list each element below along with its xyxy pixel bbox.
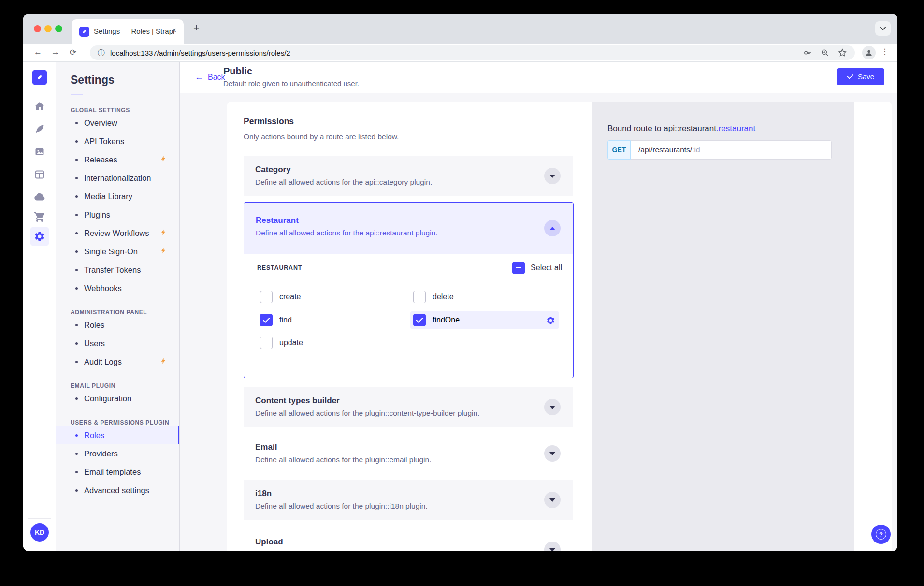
- back-link[interactable]: ← Back: [195, 72, 225, 82]
- sidebar-item-plugins[interactable]: Plugins: [56, 205, 179, 224]
- content-manager-icon[interactable]: [34, 123, 45, 135]
- tab-list-chevron-icon[interactable]: [875, 21, 891, 36]
- url-text[interactable]: localhost:1337/admin/settings/users-perm…: [110, 49, 290, 57]
- page-title: Public: [223, 66, 252, 77]
- permission-find[interactable]: find: [260, 311, 292, 329]
- sidebar-item-email-configuration[interactable]: Configuration: [56, 389, 179, 408]
- browser-toolbar: ← → ⟳ ⓘ localhost:1337/admin/settings/us…: [23, 44, 897, 62]
- permission-update[interactable]: update: [260, 334, 303, 352]
- forward-icon[interactable]: →: [51, 47, 59, 57]
- select-all-checkbox[interactable]: [512, 262, 525, 274]
- accordion-email[interactable]: Email Define all allowed actions for the…: [244, 433, 573, 474]
- new-tab-icon[interactable]: +: [193, 22, 200, 34]
- address-bar[interactable]: ⓘ localhost:1337/admin/settings/users-pe…: [90, 45, 855, 60]
- permissions-subtitle: Only actions bound by a route are listed…: [244, 132, 399, 141]
- chevron-down-icon: [549, 548, 555, 552]
- expand-chevron-button[interactable]: [544, 542, 561, 551]
- zoom-icon[interactable]: [820, 48, 830, 58]
- bullet-icon: [75, 287, 78, 290]
- update-checkbox[interactable]: [260, 337, 273, 349]
- sidebar-item-internationalization[interactable]: Internationalization: [56, 169, 179, 187]
- collapse-chevron-button[interactable]: [544, 220, 561, 236]
- sidebar-item-overview[interactable]: Overview: [56, 114, 179, 132]
- settings-gear-icon[interactable]: [34, 231, 45, 242]
- settings-subnav: Settings GLOBAL SETTINGS Overview API To…: [56, 62, 180, 551]
- sidebar-item-providers[interactable]: Providers: [56, 444, 179, 463]
- media-library-icon[interactable]: [34, 146, 45, 158]
- group-label: RESTAURANT: [257, 264, 302, 271]
- bookmark-star-icon[interactable]: [837, 48, 847, 58]
- find-checkbox[interactable]: [260, 314, 273, 326]
- fullscreen-window-button[interactable]: [55, 25, 62, 32]
- permission-create[interactable]: create: [260, 288, 301, 306]
- password-key-icon[interactable]: [803, 48, 812, 58]
- findone-checkbox[interactable]: [413, 314, 426, 326]
- reload-icon[interactable]: ⟳: [70, 47, 76, 58]
- browser-tab[interactable]: Settings — Roles | Strapi ✕: [72, 19, 184, 44]
- bullet-icon: [75, 269, 78, 271]
- sidebar-item-admin-roles[interactable]: Roles: [56, 316, 179, 334]
- browser-profile-avatar[interactable]: [862, 46, 876, 59]
- section-users-permissions-plugin: USERS & PERMISSIONS PLUGIN: [56, 419, 179, 426]
- sidebar-item-releases[interactable]: Releases: [56, 150, 179, 169]
- tab-close-icon[interactable]: ✕: [171, 27, 177, 34]
- browser-window: Settings — Roles | Strapi ✕ + ← → ⟳ ⓘ lo…: [23, 14, 897, 551]
- lightning-icon: [160, 247, 167, 256]
- restaurant-group-row: RESTAURANT Select all: [257, 261, 562, 275]
- sidebar-item-up-roles[interactable]: Roles: [56, 426, 179, 444]
- minimize-window-button[interactable]: [44, 25, 52, 32]
- sidebar-item-advanced-settings[interactable]: Advanced settings: [56, 481, 179, 499]
- permission-delete[interactable]: delete: [413, 288, 454, 306]
- save-button[interactable]: Save: [837, 68, 884, 85]
- sidebar-item-review-workflows[interactable]: Review Workflows: [56, 224, 179, 242]
- accordion-category[interactable]: Category Define all allowed actions for …: [244, 156, 573, 196]
- select-all-control[interactable]: Select all: [512, 262, 562, 274]
- strapi-logo-icon[interactable]: [32, 70, 47, 85]
- browser-menu-icon[interactable]: ⋮: [881, 47, 889, 56]
- home-icon[interactable]: [34, 101, 45, 112]
- lightning-icon: [160, 155, 167, 164]
- bullet-icon: [75, 489, 78, 492]
- delete-checkbox[interactable]: [413, 291, 426, 303]
- tab-title: Settings — Roles | Strapi: [94, 27, 174, 35]
- content-type-builder-icon[interactable]: [34, 169, 45, 180]
- cloud-icon[interactable]: [34, 191, 45, 203]
- expand-chevron-button[interactable]: [544, 492, 561, 508]
- sidebar-item-media-library[interactable]: Media Library: [56, 187, 179, 205]
- route-panel: Bound route to api::restaurant.restauran…: [592, 102, 854, 551]
- lightning-icon: [160, 229, 167, 238]
- sidebar-item-email-templates[interactable]: Email templates: [56, 463, 179, 481]
- bullet-icon: [75, 250, 78, 253]
- screen: Settings — Roles | Strapi ✕ + ← → ⟳ ⓘ lo…: [0, 0, 924, 586]
- marketplace-cart-icon[interactable]: [34, 211, 45, 223]
- accordion-upload[interactable]: Upload: [244, 528, 573, 551]
- help-button[interactable]: ?: [871, 525, 891, 544]
- expand-chevron-button[interactable]: [544, 445, 561, 462]
- route-field: GET /api/restaurants/:id: [607, 140, 832, 160]
- permission-findone-selected[interactable]: findOne: [410, 311, 559, 329]
- sidebar-item-admin-users[interactable]: Users: [56, 334, 179, 352]
- expand-chevron-button[interactable]: [544, 168, 561, 184]
- site-info-icon[interactable]: ⓘ: [98, 48, 105, 58]
- create-checkbox[interactable]: [260, 291, 273, 303]
- route-param: :id: [692, 146, 700, 154]
- route-path: /api/restaurants/:id: [638, 146, 700, 154]
- sidebar-item-audit-logs[interactable]: Audit Logs: [56, 352, 179, 371]
- sidebar-item-single-sign-on[interactable]: Single Sign-On: [56, 242, 179, 261]
- bullet-icon: [75, 177, 78, 179]
- check-icon: [263, 318, 270, 323]
- accordion-content-types-builder[interactable]: Content types builder Define all allowed…: [244, 387, 573, 427]
- page-subtitle: Default role given to unauthenticated us…: [223, 79, 359, 88]
- user-avatar[interactable]: KD: [30, 523, 49, 542]
- bullet-icon: [75, 453, 78, 455]
- expand-chevron-button[interactable]: [544, 399, 561, 415]
- accordion-i18n[interactable]: i18n Define all allowed actions for the …: [244, 480, 573, 520]
- sidebar-item-webhooks[interactable]: Webhooks: [56, 279, 179, 297]
- accordion-restaurant-header[interactable]: Restaurant Define all allowed actions fo…: [244, 203, 573, 254]
- advanced-settings-cog-icon[interactable]: [546, 316, 555, 325]
- close-window-button[interactable]: [34, 25, 41, 32]
- sidebar-item-api-tokens[interactable]: API Tokens: [56, 132, 179, 150]
- back-icon[interactable]: ←: [34, 47, 42, 57]
- sidebar-item-transfer-tokens[interactable]: Transfer Tokens: [56, 261, 179, 279]
- strapi-admin: KD Settings GLOBAL SETTINGS Overview API…: [23, 62, 897, 551]
